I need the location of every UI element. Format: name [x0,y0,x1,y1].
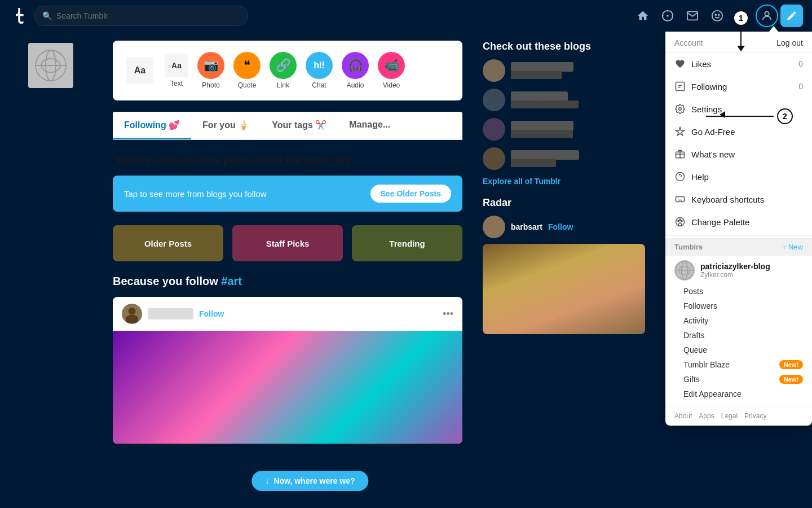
composer-audio[interactable]: 🎧 Audio [342,52,369,89]
tab-for-you[interactable]: For you 🍦 [191,112,261,139]
blog-suggestion-4: ... ... [483,147,645,170]
composer-photo[interactable]: 📷 Photo [197,52,224,89]
svg-point-31 [681,220,682,221]
mail-button[interactable] [681,5,704,27]
svg-rect-17 [676,82,685,91]
heart-icon [674,58,686,69]
svg-point-1 [667,15,668,16]
dropdown-following-count: 0 [798,82,803,91]
svg-rect-22 [676,197,685,202]
footer-about[interactable]: About [674,412,692,420]
blog-entry-url: Zylker.com [700,271,770,279]
scroll-btn-label: Now, where were we? [273,476,355,485]
compose-button[interactable] [780,5,803,27]
tap-to-see-text: Tap to see more from blogs you follow [124,189,267,199]
svg-point-30 [679,219,681,220]
blog-sub-edit-appearance[interactable]: Edit Appearance [683,387,803,401]
nav-icons [632,5,803,27]
scroll-down-button[interactable]: ↓ Now, where were we? [251,471,368,491]
composer-photo-label: Photo [202,81,219,89]
blog-suggestion-3: ... ... [483,118,645,141]
dropdown-help[interactable]: Help [665,165,812,188]
home-button[interactable] [632,5,654,27]
blog-suggest-name-4: ... [511,151,645,159]
explore-button[interactable] [656,5,679,27]
text-icon[interactable]: Aa [126,57,153,84]
radar-item: barbsart Follow [483,216,645,238]
older-posts-label: Older Posts [144,239,192,248]
post-card: fr... Follow ••• [113,297,462,444]
blog-sub-activity[interactable]: Activity [683,313,803,328]
footer-apps[interactable]: Apps [699,412,714,420]
composer-quote[interactable]: ❝ Quote [233,52,261,89]
tab-following[interactable]: Following 💕 [113,112,191,139]
tab-your-tags[interactable]: Your tags ✂️ [261,112,338,139]
radar-follow-button[interactable]: Follow [548,222,573,231]
dropdown-following-label: Following [691,82,727,91]
dropdown-whats-new-label: What's new [691,150,735,159]
radar-avatar [483,216,505,238]
dropdown-following[interactable]: Following 0 [665,75,812,98]
blog-avatar[interactable] [28,43,73,88]
blog-sub-gifts[interactable]: Gifts New! [683,372,803,387]
post-follow-button[interactable]: Follow [199,309,224,318]
composer-text[interactable]: Aa Text [165,54,188,87]
svg-point-10 [765,12,769,16]
art-tag-link[interactable]: #art [221,275,242,287]
smiley-button[interactable] [706,5,729,27]
composer-chat-label: Chat [312,81,326,89]
composer-link[interactable]: 🔗 Link [270,52,297,89]
annotation-arrow-1 [737,46,745,51]
blog-suggest-avatar-2 [483,89,505,111]
blog-suggest-desc-4: ... [511,159,645,167]
radar-blog-name: barbsart [511,222,542,231]
annotation-arrow-2 [720,111,725,118]
dropdown-logout-button[interactable]: Log out [776,38,803,47]
footer-privacy[interactable]: Privacy [744,412,766,420]
account-button[interactable] [756,5,778,27]
see-older-box[interactable]: Tap to see more from blogs you follow Se… [113,176,462,212]
post-options-button[interactable]: ••• [443,308,453,320]
annotation-1: 1 [733,10,749,51]
blog-suggest-info-4: ... ... [511,151,645,167]
blog-suggest-info-2: ... ... [511,92,645,108]
top-navigation: 🔍 [0,0,812,32]
annotation-circle-1: 1 [733,10,749,26]
blog-sub-followers[interactable]: Followers [683,299,803,313]
tumblrs-new-button[interactable]: + New [782,243,803,251]
tab-manage[interactable]: Manage... [338,112,401,139]
composer-audio-label: Audio [347,81,364,89]
dropdown-arrow [769,26,778,32]
blog-sub-queue[interactable]: Queue [683,343,803,357]
blog-suggest-avatar-4 [483,147,505,170]
post-username: fr... [148,309,193,318]
see-older-posts-button[interactable]: See Older Posts [370,185,451,203]
search-bar[interactable]: 🔍 [34,6,248,26]
older-posts-button[interactable]: Older Posts [113,225,223,261]
trending-button[interactable]: Trending [352,225,462,261]
dropdown-change-palette[interactable]: Change Palette [665,211,812,233]
explore-all-link[interactable]: Explore all of Tumblr [483,177,645,186]
staff-picks-label: Staff Picks [266,239,310,248]
dropdown-whats-new[interactable]: What's new [665,143,812,165]
blog-suggest-avatar-1 [483,59,505,82]
composer-chat[interactable]: hi! Chat [306,52,333,89]
blog-sub-posts[interactable]: Posts [683,284,803,299]
dropdown-likes[interactable]: Likes 0 [665,52,812,75]
svg-point-29 [678,220,679,221]
following-icon [674,81,686,92]
dropdown-likes-count: 0 [798,59,803,68]
blog-sub-blaze[interactable]: Tumblr Blaze New! [683,357,803,372]
tumblr-logo[interactable] [9,6,29,26]
blog-sub-drafts[interactable]: Drafts [683,328,803,343]
blog-suggest-info-1: ... ... [511,63,645,79]
footer-legal[interactable]: Legal [721,412,738,420]
staff-picks-button[interactable]: Staff Picks [232,225,343,261]
search-input[interactable] [56,11,240,20]
blaze-new-badge: New! [779,360,803,369]
right-sidebar: Check out these blogs ... ... ... ... ..… [474,32,654,508]
composer-video[interactable]: 📹 Video [378,52,405,89]
tumblrs-label: Tumblrs [674,243,703,251]
dropdown-keyboard-shortcuts[interactable]: Keyboard shortcuts [665,188,812,211]
svg-point-9 [718,14,720,15]
